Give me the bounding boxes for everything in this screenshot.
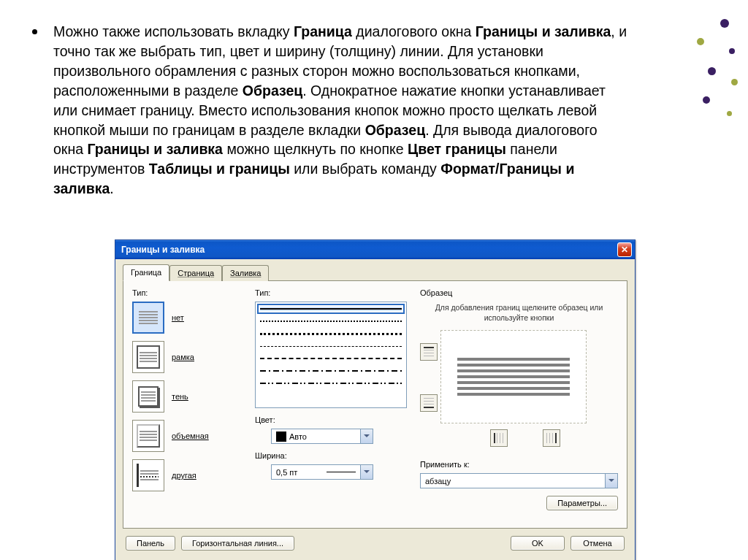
svg-rect-6 [424,404,434,404]
titlebar[interactable]: Границы и заливка ✕ [115,240,635,259]
svg-rect-15 [555,433,557,443]
line-style-solid[interactable] [260,307,402,311]
line-type-label: Тип: [255,288,407,297]
type-none-button[interactable] [132,302,164,334]
color-combo[interactable]: Авто [271,429,373,444]
line-style-dotted[interactable] [260,319,402,323]
type-none-label[interactable]: нет [172,313,184,322]
cancel-button[interactable]: Отмена [570,536,625,551]
line-style-list[interactable] [255,302,407,408]
width-label: Ширина: [255,451,407,460]
line-style-dotted2[interactable] [260,331,402,336]
chevron-down-icon[interactable] [360,429,373,443]
line-style-dashed2[interactable] [260,356,402,361]
svg-rect-10 [500,433,500,443]
tab-border[interactable]: Граница [123,264,169,281]
chevron-down-icon[interactable] [360,465,373,479]
dialog-title: Границы и заливка [121,245,617,255]
tab-fill[interactable]: Заливка [222,265,269,281]
svg-rect-2 [424,353,434,353]
type-3d-button[interactable] [132,420,164,452]
type-box-button[interactable] [132,341,164,373]
type-shadow-button[interactable] [132,380,164,413]
apply-to-combo[interactable]: абзацу [420,473,618,488]
type-3d-label[interactable]: объемная [172,431,209,440]
sample-label: Образец [420,288,618,297]
panel-button[interactable]: Панель [126,536,175,551]
right-border-button[interactable] [543,429,560,447]
svg-rect-11 [503,433,503,443]
sample-hint: Для добавления границ щелкните образец и… [420,303,618,323]
borders-shading-dialog: Границы и заливка ✕ Граница Страница Зал… [115,239,636,560]
close-icon: ✕ [621,245,628,255]
svg-rect-7 [424,407,434,408]
type-custom-button[interactable] [132,459,164,491]
horizontal-line-button[interactable]: Горизонтальная линия... [181,536,294,551]
svg-rect-12 [546,433,547,443]
bullet-icon [32,29,37,34]
decorative-dots [660,0,748,131]
line-style-dashdot[interactable] [260,369,402,373]
tab-page[interactable]: Страница [169,265,222,281]
color-swatch-icon [276,431,286,442]
preview-sample[interactable] [440,330,587,423]
close-button[interactable]: ✕ [617,242,632,257]
svg-rect-14 [552,433,553,443]
left-border-button[interactable] [490,429,508,447]
apply-to-label: Применить к: [420,460,618,469]
line-style-dashdotdot[interactable] [260,381,402,386]
chevron-down-icon[interactable] [605,474,617,488]
ok-button[interactable]: OK [511,536,565,551]
bottom-border-button[interactable] [420,394,438,412]
svg-rect-13 [549,433,550,443]
parameters-button[interactable]: Параметры... [546,496,618,510]
svg-rect-3 [424,356,434,356]
svg-rect-4 [424,398,434,399]
type-label: Тип: [132,288,242,297]
description-paragraph: Можно также использовать вкладку Граница… [53,22,628,199]
svg-rect-9 [497,433,497,443]
svg-rect-5 [424,401,434,402]
type-custom-label[interactable]: другая [172,471,196,480]
svg-rect-1 [424,350,434,350]
type-shadow-label[interactable]: тень [172,392,188,401]
type-box-label[interactable]: рамка [172,353,194,361]
top-border-button[interactable] [420,343,438,361]
svg-rect-0 [424,347,434,348]
color-label: Цвет: [255,415,407,424]
svg-rect-8 [494,433,495,443]
line-style-dashed[interactable] [260,344,402,348]
width-combo[interactable]: 0,5 пт [271,464,373,480]
